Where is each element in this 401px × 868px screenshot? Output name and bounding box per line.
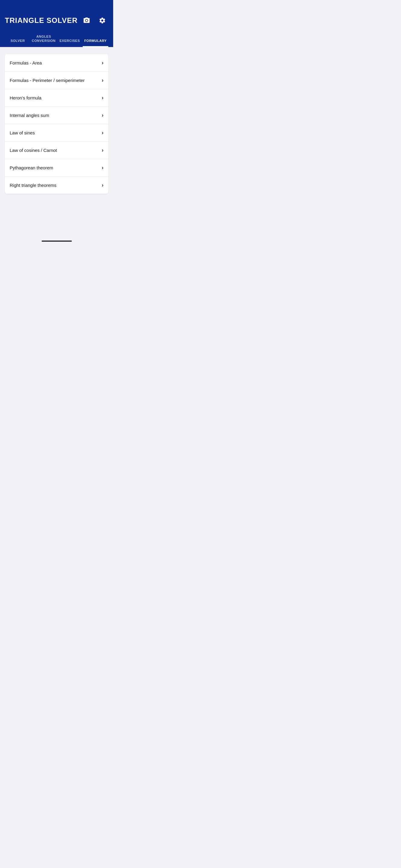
list-item-formulas-area[interactable]: Formulas - Area › [5, 54, 108, 72]
list-item-label: Formulas - Area [10, 60, 99, 65]
formulary-list: Formulas - Area › Formulas - Perimeter /… [5, 54, 108, 194]
app-container: TRIANGLE SOLVER Solver [0, 0, 113, 245]
settings-button[interactable] [96, 14, 108, 27]
list-item-label: Heron's formula [10, 95, 99, 100]
chevron-right-icon: › [102, 95, 104, 101]
list-item-internal-angles-sum[interactable]: Internal angles sum › [5, 107, 108, 124]
tab-solver[interactable]: Solver [5, 36, 30, 47]
list-item-law-of-cosines[interactable]: Law of cosines / Carnot › [5, 142, 108, 159]
list-item-label: Formulas - Perimeter / semiperimeter [10, 78, 99, 83]
chevron-right-icon: › [102, 112, 104, 119]
header-top: TRIANGLE SOLVER [5, 14, 108, 30]
bottom-bar [0, 239, 113, 245]
list-item-right-triangle-theorems[interactable]: Right triangle theorems › [5, 177, 108, 194]
nav-tabs: Solver Angles Conversion Exercises Formu… [5, 31, 108, 47]
list-item-label: Internal angles sum [10, 113, 99, 118]
tab-angles-conversion[interactable]: Angles Conversion [30, 31, 57, 47]
header-icons [81, 14, 108, 27]
list-item-label: Law of sines [10, 130, 99, 135]
chevron-right-icon: › [102, 147, 104, 153]
chevron-right-icon: › [102, 164, 104, 171]
header: TRIANGLE SOLVER Solver [0, 0, 113, 47]
list-item-pythagorean-theorem[interactable]: Pythagorean theorem › [5, 159, 108, 177]
chevron-right-icon: › [102, 60, 104, 66]
tab-exercises[interactable]: Exercises [57, 36, 82, 47]
content-area: Formulas - Area › Formulas - Perimeter /… [0, 47, 113, 239]
list-item-law-of-sines[interactable]: Law of sines › [5, 124, 108, 142]
chevron-right-icon: › [102, 130, 104, 136]
home-indicator [41, 241, 72, 242]
chevron-right-icon: › [102, 77, 104, 84]
camera-button[interactable] [81, 14, 93, 27]
chevron-right-icon: › [102, 182, 104, 188]
list-item-label: Law of cosines / Carnot [10, 148, 99, 153]
app-title: TRIANGLE SOLVER [5, 16, 78, 25]
list-item-formulas-perimeter[interactable]: Formulas - Perimeter / semiperimeter › [5, 72, 108, 89]
list-item-label: Right triangle theorems [10, 183, 99, 188]
settings-icon [99, 17, 106, 24]
list-item-herons-formula[interactable]: Heron's formula › [5, 89, 108, 107]
list-item-label: Pythagorean theorem [10, 165, 99, 170]
camera-icon [83, 17, 90, 24]
tab-formulary[interactable]: Formulary [83, 36, 108, 47]
